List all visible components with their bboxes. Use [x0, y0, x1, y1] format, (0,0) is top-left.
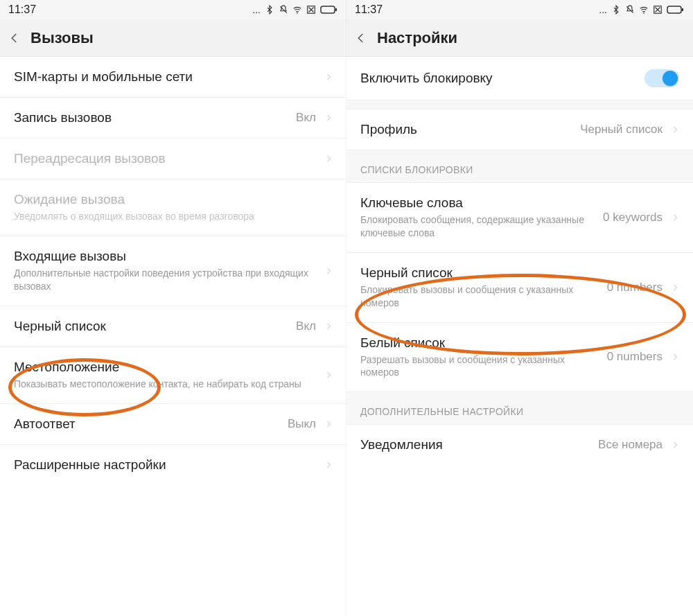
chevron-right-icon [671, 353, 679, 361]
status-bar: 11:37 ... [346, 0, 693, 19]
svg-rect-6 [667, 6, 681, 13]
row-call-waiting[interactable]: Ожидание вызова Уведомлять о входящих вы… [0, 179, 346, 236]
section-gap [346, 100, 693, 109]
row-value: Черный список [580, 123, 663, 137]
bluetooth-icon [265, 5, 274, 15]
status-icons: ... [599, 4, 685, 15]
section-header-additional: ДОПОЛНИТЕЛЬНЫЕ НАСТРОЙКИ [346, 391, 693, 425]
row-whitelist[interactable]: Белый список Разрешать вызовы и сообщени… [346, 322, 693, 392]
chevron-right-icon [671, 213, 679, 222]
nav-bar: Настройки [346, 19, 693, 57]
row-value: 0 keywords [603, 211, 663, 225]
row-label: Входящие вызовы [14, 249, 316, 264]
status-bar: 11:37 ... [0, 0, 346, 19]
battery-icon [320, 5, 338, 15]
row-call-recording[interactable]: Запись вызовов Вкл [0, 97, 346, 138]
row-label: Черный список [360, 265, 599, 281]
svg-point-4 [643, 12, 644, 14]
row-value: 0 numbers [607, 281, 663, 294]
status-time: 11:37 [8, 3, 36, 16]
no-signal-icon [306, 5, 316, 15]
row-label: Автоответ [14, 416, 279, 432]
row-keywords[interactable]: Ключевые слова Блокировать сообщения, со… [346, 183, 693, 252]
chevron-left-icon [355, 32, 367, 44]
row-sublabel: Дополнительные настройки поведения устро… [14, 267, 316, 293]
settings-list-right: Включить блокировку Профиль Черный списо… [346, 57, 693, 465]
row-label: Переадресация вызовов [14, 151, 316, 166]
row-auto-answer[interactable]: Автоответ Выкл [0, 403, 346, 444]
row-label: Ожидание вызова [14, 192, 333, 207]
settings-list-left: SIM-карты и мобильные сети Запись вызово… [0, 57, 346, 485]
row-label: Уведомления [360, 437, 590, 452]
row-sublabel: Разрешать вызовы и сообщения с указанных… [360, 353, 599, 380]
row-label: Запись вызовов [14, 110, 288, 125]
battery-icon [667, 5, 685, 15]
row-incoming-calls[interactable]: Входящие вызовы Дополнительные настройки… [0, 236, 346, 306]
svg-point-0 [297, 12, 298, 14]
row-value: Выкл [288, 417, 316, 431]
row-blacklist[interactable]: Черный список Вкл [0, 306, 346, 346]
row-label: Расширенные настройки [14, 457, 316, 473]
row-advanced-settings[interactable]: Расширенные настройки [0, 444, 346, 485]
row-label: Включить блокировку [360, 71, 636, 86]
chevron-right-icon [671, 441, 679, 449]
svg-rect-2 [321, 6, 335, 13]
row-label: Местоположение [14, 360, 316, 375]
row-label: Профиль [360, 122, 572, 137]
more-icon: ... [252, 4, 261, 15]
wifi-icon [292, 5, 302, 15]
mute-icon [279, 5, 288, 15]
chevron-right-icon [324, 461, 333, 469]
svg-rect-7 [682, 8, 683, 11]
svg-rect-3 [335, 8, 337, 11]
section-header-blocklists: СПИСКИ БЛОКИРОВКИ [346, 150, 693, 183]
phone-left: 11:37 ... Вызовы SIM-карты и мобильные с… [0, 0, 346, 616]
row-label: Ключевые слова [360, 195, 595, 211]
phone-right: 11:37 ... Настройки Включить блокировку [346, 0, 693, 616]
back-button[interactable] [8, 32, 21, 44]
more-icon: ... [599, 4, 607, 15]
status-icons: ... [252, 4, 338, 15]
page-title: Вызовы [30, 29, 94, 47]
page-title: Настройки [377, 29, 457, 47]
row-label: Черный список [14, 319, 288, 334]
chevron-right-icon [671, 125, 679, 134]
row-value: Вкл [296, 319, 316, 333]
chevron-right-icon [324, 267, 333, 275]
row-notifications[interactable]: Уведомления Все номера [346, 425, 693, 465]
chevron-right-icon [324, 114, 333, 122]
chevron-right-icon [324, 73, 333, 81]
row-value: Все номера [598, 438, 663, 452]
status-time: 11:37 [355, 3, 383, 16]
row-blacklist[interactable]: Черный список Блокировать вызовы и сообщ… [346, 252, 693, 322]
row-call-forwarding[interactable]: Переадресация вызовов [0, 138, 346, 179]
row-value: Вкл [296, 111, 316, 125]
back-button[interactable] [355, 32, 367, 44]
row-value: 0 numbers [607, 350, 663, 364]
chevron-right-icon [324, 322, 333, 331]
chevron-left-icon [8, 32, 21, 44]
row-sublabel: Блокировать вызовы и сообщения с указанн… [360, 283, 599, 310]
chevron-right-icon [324, 155, 333, 163]
toggle-enable-blocking[interactable] [644, 69, 679, 87]
row-sim-cards[interactable]: SIM-карты и мобильные сети [0, 57, 346, 97]
row-profile[interactable]: Профиль Черный список [346, 109, 693, 150]
wifi-icon [639, 5, 649, 15]
chevron-right-icon [324, 371, 333, 379]
chevron-right-icon [324, 420, 333, 428]
row-sublabel: Показывать местоположение контакта, не н… [14, 378, 316, 391]
row-label: SIM-карты и мобильные сети [14, 69, 316, 85]
row-sublabel: Уведомлять о входящих вызовах во время р… [14, 210, 333, 223]
row-label: Белый список [360, 335, 599, 351]
no-signal-icon [653, 5, 663, 15]
toggle-knob [663, 71, 678, 86]
row-location[interactable]: Местоположение Показывать местоположение… [0, 346, 346, 403]
row-sublabel: Блокировать сообщения, содержащие указан… [360, 213, 595, 240]
nav-bar: Вызовы [0, 19, 346, 57]
mute-icon [625, 5, 635, 15]
chevron-right-icon [671, 283, 679, 292]
row-enable-blocking[interactable]: Включить блокировку [346, 57, 693, 100]
bluetooth-icon [611, 5, 621, 15]
